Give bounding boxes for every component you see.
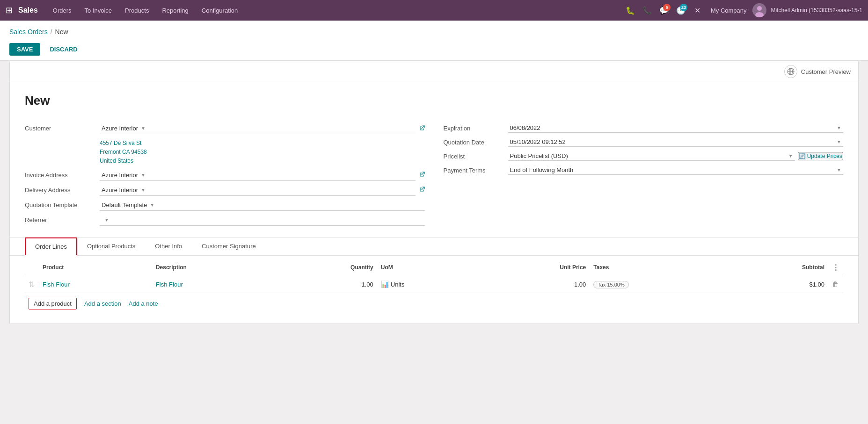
tab-other-info[interactable]: Other Info [145, 237, 192, 256]
quotation-date-value: 05/10/2022 09:12:52 [510, 138, 837, 145]
save-button[interactable]: SAVE [9, 43, 40, 56]
quotation-template-label: Quotation Template [25, 200, 100, 208]
row-unit-price[interactable]: 1.00 [479, 276, 590, 293]
form-section-right: Expiration 06/08/2022 ▼ Quotation Date [444, 121, 844, 228]
nav-orders[interactable]: Orders [47, 0, 77, 21]
expiration-value: 06/08/2022 [510, 124, 837, 131]
quotation-template-row: Quotation Template Default Template ▼ [25, 198, 425, 213]
drag-icon[interactable]: ⇅ [29, 280, 35, 288]
delivery-address-ext-link[interactable] [419, 187, 425, 194]
customer-select[interactable]: Azure Interior ▼ [100, 123, 416, 134]
payment-terms-row: Payment Terms End of Following Month ▼ [444, 163, 844, 177]
forecast-icon[interactable]: 📊 [381, 280, 389, 288]
tax-badge: Tax 15.00% [593, 281, 628, 288]
form-grid: Customer Azure Interior ▼ [25, 121, 843, 228]
quotation-date-field[interactable]: 05/10/2022 09:12:52 ▼ [508, 137, 844, 147]
customer-preview-button[interactable]: Customer Preview [784, 65, 851, 78]
tab-optional-products[interactable]: Optional Products [77, 237, 145, 256]
col-drag [25, 259, 39, 276]
col-settings[interactable]: ⋮ [828, 259, 843, 276]
invoice-address-ext-link[interactable] [419, 172, 425, 179]
update-prices-label: Update Prices [807, 153, 842, 159]
referrer-label: Referrer [25, 215, 100, 223]
row-drag-handle[interactable]: ⇅ [25, 276, 39, 293]
add-row-actions: Add a product Add a section Add a note [25, 293, 843, 314]
payment-terms-select[interactable]: End of Following Month ▼ [508, 165, 844, 175]
toolbar: SAVE DISCARD [9, 39, 859, 60]
expiration-field[interactable]: 06/08/2022 ▼ [508, 123, 844, 133]
clock-badge: 23 [680, 4, 687, 11]
customer-dropdown-arrow: ▼ [141, 126, 146, 131]
quotation-template-value: Default Template [102, 201, 147, 208]
customer-preview-label: Customer Preview [801, 68, 851, 75]
customer-value: Azure Interior [102, 125, 138, 132]
phone-icon[interactable]: 📞 [640, 3, 655, 18]
quotation-date-row: Quotation Date 05/10/2022 09:12:52 ▼ [444, 135, 844, 149]
col-unit-price: Unit Price [479, 259, 590, 276]
uom-value: Units [391, 281, 405, 288]
pricelist-label: Pricelist [444, 153, 504, 160]
customer-external-link[interactable] [419, 125, 425, 132]
nav-products[interactable]: Products [119, 0, 154, 21]
globe-icon [784, 65, 797, 78]
breadcrumb-current: New [55, 28, 68, 36]
invoice-address-value: Azure Interior [102, 172, 138, 179]
row-quantity[interactable]: 1.00 [278, 276, 377, 293]
breadcrumb-parent[interactable]: Sales Orders [9, 28, 48, 36]
brand-name: Sales [18, 6, 38, 14]
order-lines-table: Product Description Quantity UoM Unit Pr [25, 259, 843, 293]
add-section-button[interactable]: Add a section [84, 300, 121, 307]
customer-label: Customer [25, 123, 100, 132]
pricelist-value: Public Pricelist (USD) [510, 152, 788, 159]
pricelist-select[interactable]: Public Pricelist (USD) ▼ [508, 151, 795, 161]
row-description: Fish Flour [152, 276, 278, 293]
product-link[interactable]: Fish Flour [43, 281, 70, 288]
description-value: Fish Flour [156, 281, 183, 288]
close-icon[interactable]: ✕ [690, 3, 705, 18]
payment-terms-label: Payment Terms [444, 167, 504, 174]
customer-row: Customer Azure Interior ▼ [25, 121, 425, 136]
referrer-select[interactable]: ▼ [100, 215, 425, 226]
customer-address-row: 4557 De Silva St Fremont CA 94538 United… [25, 136, 425, 168]
address-line2: Fremont CA 94538 [100, 148, 147, 157]
nav-configuration[interactable]: Configuration [196, 0, 243, 21]
nav-reporting[interactable]: Reporting [156, 0, 194, 21]
delivery-address-row: Delivery Address Azure Interior ▼ [25, 183, 425, 198]
quotation-template-select[interactable]: Default Template ▼ [100, 200, 425, 211]
subtotal-value: $1.00 [809, 281, 824, 288]
form-body: New Customer Azure Interior ▼ [10, 82, 858, 228]
tab-order-lines[interactable]: Order Lines [25, 237, 77, 256]
form-section-left: Customer Azure Interior ▼ [25, 121, 425, 228]
col-uom: UoM [377, 259, 479, 276]
invoice-address-select[interactable]: Azure Interior ▼ [100, 170, 416, 181]
col-description: Description [152, 259, 278, 276]
delivery-address-value: Azure Interior [102, 187, 138, 194]
col-quantity: Quantity [278, 259, 377, 276]
update-prices-button[interactable]: 🔄 Update Prices [798, 152, 843, 160]
col-product: Product [39, 259, 152, 276]
bug-icon[interactable]: 🐛 [623, 3, 638, 18]
form-card: Customer Preview New Customer Azure Inte… [9, 61, 859, 324]
col-taxes: Taxes [590, 259, 730, 276]
quotation-date-label: Quotation Date [444, 139, 504, 146]
nav-to-invoice[interactable]: To Invoice [79, 0, 118, 21]
row-delete[interactable]: 🗑 [828, 276, 843, 293]
chat-icon[interactable]: 💬5 [656, 3, 671, 18]
address-line3: United States [100, 157, 147, 165]
customer-field: Azure Interior ▼ [100, 123, 425, 134]
referrer-row: Referrer ▼ [25, 213, 425, 228]
discard-button[interactable]: DISCARD [44, 43, 83, 56]
delivery-address-select[interactable]: Azure Interior ▼ [100, 185, 416, 196]
app-grid-icon[interactable]: ⊞ [6, 5, 13, 15]
company-name: My Company [707, 7, 751, 14]
add-note-button[interactable]: Add a note [129, 300, 158, 307]
quantity-value: 1.00 [361, 281, 373, 288]
row-product: Fish Flour [39, 276, 152, 293]
add-product-button[interactable]: Add a product [29, 298, 77, 309]
tab-customer-signature[interactable]: Customer Signature [192, 237, 266, 256]
column-settings-icon[interactable]: ⋮ [832, 264, 839, 272]
customer-address: 4557 De Silva St Fremont CA 94538 United… [100, 138, 147, 166]
main-content: Customer Preview New Customer Azure Inte… [0, 61, 868, 333]
clock-icon[interactable]: 🕐23 [673, 3, 688, 18]
delete-row-icon[interactable]: 🗑 [832, 280, 839, 288]
